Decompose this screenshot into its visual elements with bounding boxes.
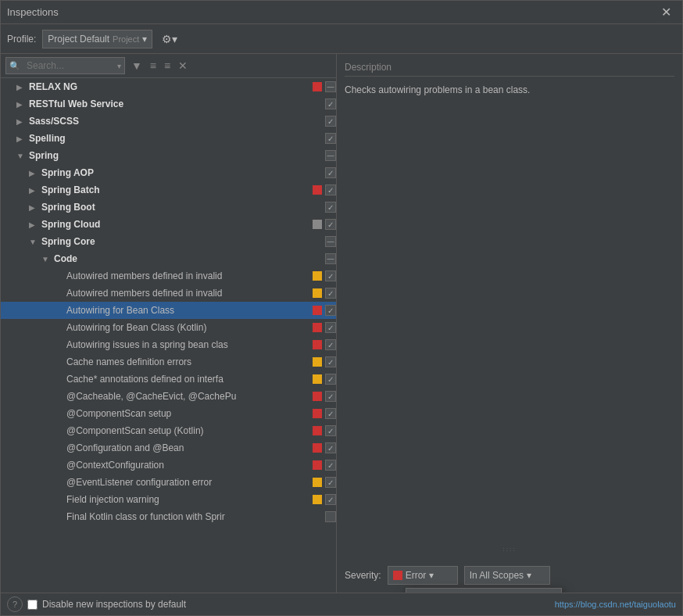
resize-handle[interactable]: ::::: [345, 544, 674, 553]
tree-item-spelling[interactable]: ▶ Spelling: [1, 130, 336, 147]
tree-item-restful[interactable]: ▶ RESTful Web Service: [1, 95, 336, 113]
tree-item-config-bean[interactable]: @Configuration and @Bean: [1, 439, 336, 457]
relax-ng-color: [313, 82, 322, 91]
autowiring-bean-label: Autowiring for Bean Class: [66, 305, 313, 316]
restful-checkbox[interactable]: [325, 98, 336, 109]
tree-item-componentscan-kotlin[interactable]: @ComponentScan setup (Kotlin): [1, 422, 336, 439]
clear-button[interactable]: ✕: [175, 58, 191, 73]
sass-label: Sass/SCSS: [29, 116, 324, 127]
eventlistener-checkbox[interactable]: [325, 477, 336, 488]
autowiring-bean-checkbox[interactable]: [325, 305, 336, 316]
spring-boot-checkbox[interactable]: [325, 202, 336, 213]
config-bean-label: @Configuration and @Bean: [66, 442, 313, 453]
tree-item-componentscan[interactable]: @ComponentScan setup: [1, 405, 336, 422]
relax-ng-label: RELAX NG: [29, 81, 313, 92]
filter-toolbar: ▼ ≡ ≡ ✕: [128, 58, 191, 73]
tree-item-cacheable[interactable]: @Cacheable, @CacheEvict, @CachePu: [1, 388, 336, 405]
spring-checkbox[interactable]: [325, 150, 336, 161]
tree-item-autowired1[interactable]: Autowired members defined in invalid: [1, 267, 336, 285]
tree-item-spring-boot[interactable]: ▶ Spring Boot: [1, 199, 336, 216]
componentscan-kotlin-color: [313, 426, 322, 435]
tree-item-spring-batch[interactable]: ▶ Spring Batch: [1, 181, 336, 199]
tree-item-cache-annotations[interactable]: Cache* annotations defined on interfa: [1, 371, 336, 388]
cacheable-color: [313, 392, 322, 401]
autowiring-issues-checkbox[interactable]: [325, 339, 336, 350]
spring-aop-arrow: ▶: [29, 169, 41, 177]
tree-item-code[interactable]: ▼ Code: [1, 250, 336, 267]
tree-item-autowiring-issues[interactable]: Autowiring issues in a spring bean clas: [1, 336, 336, 353]
dropdown-item-error[interactable]: Error: [406, 589, 561, 593]
sass-checkbox[interactable]: [325, 116, 336, 127]
severity-row: Severity: Error ▾ In All Scopes ▾ Error: [345, 566, 674, 585]
field-injection-color: [313, 495, 322, 504]
tree-item-autowired2[interactable]: Autowired members defined in invalid: [1, 285, 336, 302]
autowired2-checkbox[interactable]: [325, 288, 336, 299]
tree-item-eventlistener[interactable]: @EventListener configuration error: [1, 474, 336, 491]
profile-value: Project Default: [48, 34, 109, 45]
config-bean-checkbox[interactable]: [325, 442, 336, 453]
componentscan-kotlin-checkbox[interactable]: [325, 425, 336, 436]
search-icon: 🔍: [9, 61, 20, 71]
field-injection-checkbox[interactable]: [325, 494, 336, 505]
tree-item-autowiring-kotlin[interactable]: Autowiring for Bean Class (Kotlin): [1, 319, 336, 336]
scope-dropdown[interactable]: In All Scopes ▾: [464, 566, 550, 585]
tree-item-spring-core[interactable]: ▼ Spring Core: [1, 233, 336, 250]
tree-item-final-kotlin[interactable]: Final Kotlin class or function with Spri…: [1, 508, 336, 525]
spring-aop-label: Spring AOP: [41, 167, 324, 178]
search-bar: 🔍 ▾ ▼ ≡ ≡ ✕: [1, 54, 336, 78]
tree-item-contextconfig[interactable]: @ContextConfiguration: [1, 457, 336, 474]
contextconfig-checkbox[interactable]: [325, 460, 336, 471]
tree-item-autowiring-bean[interactable]: Autowiring for Bean Class: [1, 302, 336, 319]
tree-item-cache-names[interactable]: Cache names definition errors: [1, 353, 336, 371]
left-panel: 🔍 ▾ ▼ ≡ ≡ ✕ ▶ RELAX NG: [1, 54, 337, 593]
restful-label: RESTful Web Service: [29, 98, 324, 109]
profile-toolbar: Profile: Project Default Project ▾ ⚙▾: [1, 24, 682, 54]
tree-item-spring-cloud[interactable]: ▶ Spring Cloud: [1, 216, 336, 233]
severity-value: Error: [406, 570, 427, 581]
close-button[interactable]: ✕: [656, 3, 676, 21]
search-input[interactable]: [22, 57, 116, 74]
profile-select[interactable]: Project Default Project ▾: [42, 30, 152, 48]
help-button[interactable]: ?: [7, 596, 23, 612]
componentscan-checkbox[interactable]: [325, 408, 336, 419]
tree-item-spring[interactable]: ▼ Spring: [1, 147, 336, 164]
code-checkbox[interactable]: [325, 253, 336, 264]
autowiring-kotlin-checkbox[interactable]: [325, 322, 336, 333]
tree-item-sass[interactable]: ▶ Sass/SCSS: [1, 113, 336, 130]
tree-item-spring-aop[interactable]: ▶ Spring AOP: [1, 164, 336, 181]
search-dropdown-arrow: ▾: [117, 62, 121, 70]
tree-area[interactable]: ▶ RELAX NG ▶ RESTful Web Service ▶ Sass/…: [1, 78, 336, 593]
expand-all-button[interactable]: ≡: [147, 58, 159, 73]
final-kotlin-checkbox[interactable]: [325, 511, 336, 522]
autowired1-checkbox[interactable]: [325, 270, 336, 281]
severity-dropdown[interactable]: Error ▾: [388, 566, 458, 585]
tree-item-field-injection[interactable]: Field injection warning: [1, 491, 336, 508]
cache-annotations-label: Cache* annotations defined on interfa: [66, 374, 313, 385]
autowiring-bean-color: [313, 306, 322, 315]
autowiring-kotlin-color: [313, 323, 322, 332]
description-label: Description: [345, 62, 674, 77]
tree-item-relax-ng[interactable]: ▶ RELAX NG: [1, 78, 336, 95]
spring-batch-label: Spring Batch: [41, 184, 313, 195]
relax-ng-checkbox[interactable]: [325, 81, 336, 92]
severity-dropdown-popup: Error Warning Weak Warning Server Proble…: [406, 588, 562, 593]
filter-button[interactable]: ▼: [128, 58, 145, 73]
spring-cloud-checkbox[interactable]: [325, 219, 336, 230]
spring-batch-checkbox[interactable]: [325, 184, 336, 195]
autowiring-issues-label: Autowiring issues in a spring bean clas: [66, 339, 313, 350]
severity-dropdown-arrow: ▾: [429, 570, 434, 581]
code-label: Code: [54, 253, 324, 264]
cache-names-checkbox[interactable]: [325, 356, 336, 367]
cache-annotations-checkbox[interactable]: [325, 374, 336, 385]
gear-button[interactable]: ⚙▾: [159, 31, 181, 47]
spelling-checkbox[interactable]: [325, 133, 336, 144]
cache-annotations-color: [313, 374, 322, 384]
spring-aop-checkbox[interactable]: [325, 167, 336, 178]
disable-new-checkbox[interactable]: [27, 600, 38, 610]
collapse-all-button[interactable]: ≡: [161, 58, 173, 73]
spring-core-checkbox[interactable]: [325, 236, 336, 247]
final-kotlin-label: Final Kotlin class or function with Spri…: [66, 511, 324, 522]
main-content: 🔍 ▾ ▼ ≡ ≡ ✕ ▶ RELAX NG: [1, 54, 682, 593]
contextconfig-label: @ContextConfiguration: [66, 460, 313, 471]
cacheable-checkbox[interactable]: [325, 391, 336, 402]
